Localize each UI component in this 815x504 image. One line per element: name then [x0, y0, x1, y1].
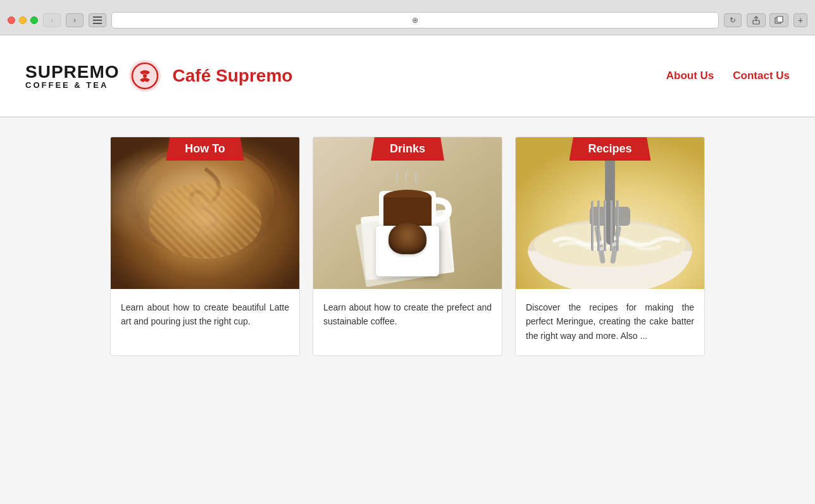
svg-point-11 [135, 148, 275, 247]
site-header: SUPREMO COFFEE & TEA Café Supremo About … [0, 35, 815, 118]
logo-icon [128, 59, 161, 92]
traffic-lights [8, 16, 38, 24]
svg-point-12 [137, 149, 273, 245]
logo-area: SUPREMO COFFEE & TEA Café Supremo [25, 59, 292, 92]
logo-supremo: SUPREMO [25, 63, 120, 81]
card-recipes-description: Discover the recipes for making the perf… [516, 289, 704, 355]
svg-point-8 [143, 74, 147, 78]
sidebar-button[interactable] [89, 13, 106, 27]
add-tab-icon: ⊕ [412, 16, 418, 25]
site-nav: About Us Contact Us [666, 70, 790, 82]
card-howto-category: How To [166, 137, 244, 161]
svg-rect-5 [777, 16, 783, 22]
svg-point-10 [129, 144, 281, 257]
card-howto-image-container: How To [111, 137, 299, 289]
card-recipes-image-container: Recipes [516, 137, 704, 289]
site-title: Café Supremo [173, 66, 293, 86]
forward-button[interactable]: › [66, 13, 84, 27]
card-drinks-image-container: Drinks [313, 137, 502, 289]
card-recipes[interactable]: Recipes [515, 137, 705, 356]
logo-text: SUPREMO COFFEE & TEA [25, 63, 120, 89]
cards-grid: How To [97, 137, 718, 356]
new-window-button[interactable] [769, 13, 788, 27]
card-howto-description: Learn about how to create beautiful Latt… [111, 289, 299, 341]
minimize-button[interactable] [19, 16, 27, 24]
svg-rect-18 [383, 197, 432, 229]
svg-rect-24 [590, 207, 630, 226]
svg-rect-2 [93, 23, 102, 24]
logo-coffee: COFFEE & TEA [25, 81, 120, 89]
reload-button[interactable]: ↻ [724, 13, 742, 27]
card-recipes-category: Recipes [569, 137, 650, 161]
browser-chrome: ‹ › ⊕ ↻ + [0, 0, 815, 35]
website-content: SUPREMO COFFEE & TEA Café Supremo About … [0, 35, 815, 504]
close-button[interactable] [8, 16, 15, 24]
svg-rect-1 [93, 20, 102, 21]
contact-us-link[interactable]: Contact Us [733, 70, 790, 82]
svg-rect-0 [93, 16, 102, 18]
card-drinks[interactable]: Drinks [313, 137, 502, 356]
card-drinks-description: Learn about how to create the prefect an… [313, 289, 502, 341]
svg-point-22 [534, 223, 686, 267]
card-drinks-category: Drinks [371, 137, 444, 161]
share-button[interactable] [747, 13, 766, 27]
card-howto[interactable]: How To [110, 137, 300, 356]
new-tab-button[interactable]: + [793, 13, 807, 27]
about-us-link[interactable]: About Us [666, 70, 714, 82]
back-button[interactable]: ‹ [43, 13, 61, 27]
site-main: How To [0, 118, 815, 375]
svg-point-19 [383, 224, 432, 234]
address-bar[interactable]: ⊕ [111, 12, 719, 28]
maximize-button[interactable] [30, 16, 38, 24]
